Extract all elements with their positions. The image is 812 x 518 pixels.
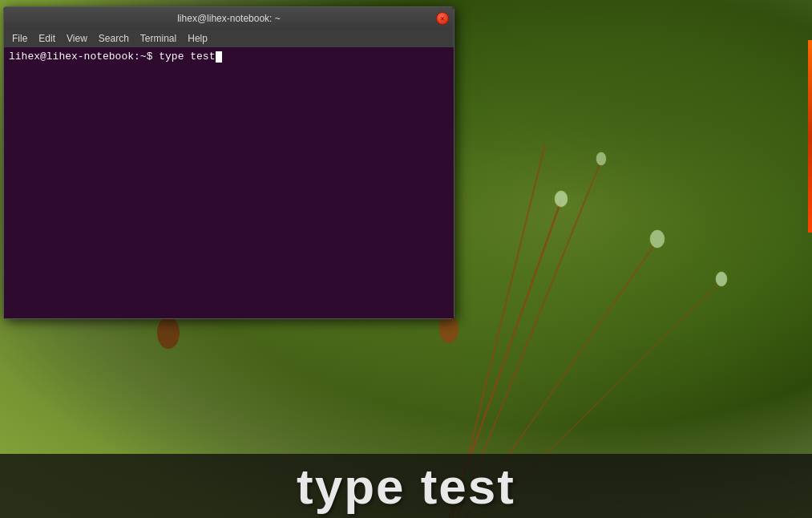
terminal-titlebar: lihex@lihex-notebook: ~ ×: [4, 7, 454, 30]
terminal-menubar: File Edit View Search Terminal Help: [4, 30, 454, 47]
menu-search[interactable]: Search: [94, 31, 134, 46]
terminal-command: type test: [159, 51, 215, 63]
terminal-accent-strip: [808, 40, 812, 233]
terminal-command-line: lihex@lihex-notebook:~$ type test: [9, 51, 449, 63]
terminal-title: lihex@lihex-notebook: ~: [177, 13, 281, 24]
caption-bar: type test: [0, 454, 812, 518]
menu-file[interactable]: File: [7, 31, 32, 46]
menu-terminal[interactable]: Terminal: [135, 31, 181, 46]
terminal-prompt: lihex@lihex-notebook:~$: [9, 51, 159, 63]
terminal-body[interactable]: lihex@lihex-notebook:~$ type test: [4, 47, 454, 318]
terminal-window: lihex@lihex-notebook: ~ × File Edit View…: [3, 6, 454, 319]
terminal-cursor: [216, 51, 222, 63]
menu-help[interactable]: Help: [183, 31, 212, 46]
caption-text: type test: [297, 458, 515, 515]
menu-view[interactable]: View: [62, 31, 92, 46]
close-button[interactable]: ×: [436, 12, 449, 25]
menu-edit[interactable]: Edit: [34, 31, 60, 46]
